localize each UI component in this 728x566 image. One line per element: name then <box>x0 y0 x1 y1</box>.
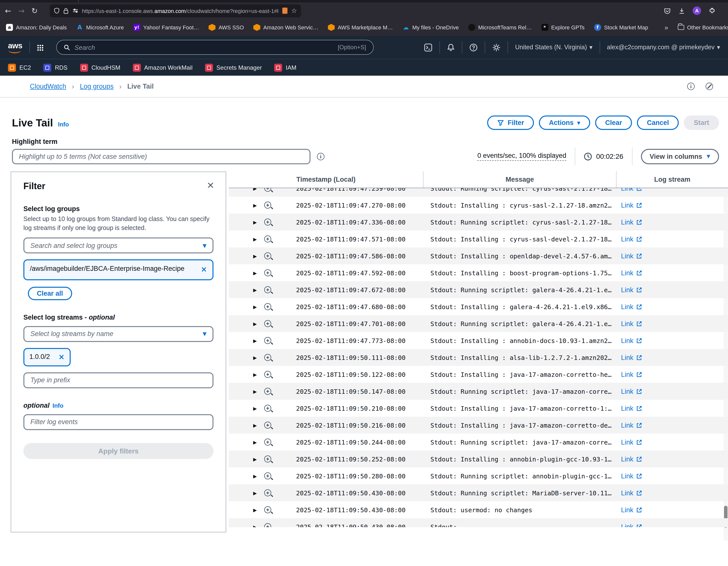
log-stream-link[interactable]: Link <box>616 405 728 412</box>
expand-row-icon[interactable]: ▶ <box>229 287 257 293</box>
remove-token-icon[interactable]: × <box>54 351 65 363</box>
expand-row-icon[interactable]: ▶ <box>229 338 257 343</box>
favorite-service[interactable]: Amazon WorkMail <box>133 63 192 71</box>
remove-token-icon[interactable]: × <box>197 264 207 276</box>
bookmark-item[interactable]: MicrosoftTeams Rel… <box>468 24 532 31</box>
bookmark-item[interactable]: a Amazon: Daily Deals <box>6 24 67 31</box>
log-groups-select[interactable]: Search and select log groups ▼ <box>23 238 213 253</box>
shield-icon[interactable] <box>53 7 59 14</box>
inspect-event-icon[interactable]: + <box>257 235 279 242</box>
settings-gear-icon[interactable] <box>492 43 501 51</box>
log-stream-link[interactable]: Link <box>616 269 728 276</box>
downloads-icon[interactable] <box>678 7 685 14</box>
reload-icon[interactable]: ↻ <box>31 6 38 15</box>
inspect-event-icon[interactable]: + <box>257 188 279 192</box>
log-stream-link[interactable]: Link <box>616 235 728 243</box>
inspect-event-icon[interactable]: + <box>257 303 279 310</box>
aws-search-input[interactable]: Search [Option+S] <box>56 40 374 55</box>
bookmark-item[interactable]: f Stock Market Map <box>594 24 648 31</box>
cancel-button[interactable]: Cancel <box>637 115 679 130</box>
expand-row-icon[interactable]: ▶ <box>229 253 257 258</box>
filter-patterns-info-link[interactable]: Info <box>52 402 63 409</box>
expand-row-icon[interactable]: ▶ <box>229 236 257 242</box>
column-header-timestamp[interactable]: Timestamp (Local) <box>229 171 423 188</box>
inspect-event-icon[interactable]: + <box>257 201 279 208</box>
bookmark-item[interactable]: y! Yahoo! Fantasy Foot… <box>133 24 199 31</box>
highlight-info-icon[interactable]: i <box>317 153 324 160</box>
expand-row-icon[interactable]: ▶ <box>229 355 257 360</box>
inspect-event-icon[interactable]: + <box>257 489 279 496</box>
permissions-icon[interactable] <box>72 7 78 14</box>
stream-prefix-input[interactable]: Type in prefix <box>23 372 213 388</box>
log-stream-link[interactable]: Link <box>616 506 728 514</box>
notifications-bell-icon[interactable] <box>447 43 455 51</box>
clear-button[interactable]: Clear <box>595 115 632 130</box>
log-stream-link[interactable]: Link <box>616 218 728 226</box>
extensions-icon[interactable] <box>709 7 716 14</box>
inspect-event-icon[interactable]: + <box>257 337 279 344</box>
inspect-event-icon[interactable]: + <box>257 252 279 259</box>
cloudshell-icon[interactable] <box>424 43 432 51</box>
favorite-service[interactable]: RDS <box>44 63 68 71</box>
log-stream-link[interactable]: Link <box>616 337 728 344</box>
forward-icon[interactable]: → <box>18 6 24 15</box>
breadcrumb-log-groups[interactable]: Log groups <box>80 83 113 90</box>
log-stream-link[interactable]: Link <box>616 472 728 480</box>
expand-row-icon[interactable]: ▶ <box>229 422 257 428</box>
favorite-service[interactable]: IAM <box>274 63 297 71</box>
bookmark-item[interactable]: ☁ My files - OneDrive <box>402 24 459 31</box>
log-stream-link[interactable]: Link <box>616 286 728 294</box>
log-stream-link[interactable]: Link <box>616 188 728 192</box>
log-group-token[interactable]: /aws/imagebuilder/EJBCA-Enterprise-Image… <box>23 259 213 280</box>
clear-all-button[interactable]: Clear all <box>28 287 72 300</box>
filter-button[interactable]: Filter <box>487 115 534 130</box>
log-stream-link[interactable]: Link <box>616 201 728 209</box>
bookmarks-overflow-icon[interactable]: » <box>665 24 668 31</box>
inspect-event-icon[interactable]: + <box>257 472 279 479</box>
expand-row-icon[interactable]: ▶ <box>229 490 257 496</box>
log-stream-link[interactable]: Link <box>616 388 728 395</box>
inspect-event-icon[interactable]: + <box>257 320 279 327</box>
inspect-event-icon[interactable]: + <box>257 456 279 463</box>
inspect-event-icon[interactable]: + <box>257 388 279 395</box>
log-stream-link[interactable]: Link <box>616 252 728 259</box>
favorite-service[interactable]: EC2 <box>8 63 31 71</box>
close-icon[interactable]: × <box>207 179 214 190</box>
url-bar[interactable]: https://us-east-1.console.aws.amazon.com… <box>50 4 301 17</box>
log-stream-link[interactable]: Link <box>616 303 728 311</box>
inspect-event-icon[interactable]: + <box>257 506 279 513</box>
events-rate-link[interactable]: 0 events/sec, 100% displayed <box>477 152 566 161</box>
info-panel-icon[interactable]: i <box>687 83 695 90</box>
profile-avatar[interactable]: A <box>693 6 701 15</box>
expand-row-icon[interactable]: ▶ <box>229 507 257 513</box>
other-bookmarks[interactable]: Other Bookmarks <box>677 24 728 30</box>
inspect-event-icon[interactable]: + <box>257 371 279 378</box>
apply-filters-button[interactable]: Apply filters <box>23 443 213 459</box>
expand-row-icon[interactable]: ▶ <box>229 202 257 208</box>
log-stream-link[interactable]: Link <box>616 438 728 446</box>
expand-row-icon[interactable]: ▶ <box>229 389 257 394</box>
expand-row-icon[interactable]: ▶ <box>229 304 257 310</box>
actions-button[interactable]: Actions▼ <box>539 115 590 130</box>
favorite-service[interactable]: CloudHSM <box>80 63 120 71</box>
inspect-event-icon[interactable]: + <box>257 439 279 446</box>
expand-row-icon[interactable]: ▶ <box>229 439 257 445</box>
expand-row-icon[interactable]: ▶ <box>229 456 257 462</box>
expand-row-icon[interactable]: ▶ <box>229 219 257 225</box>
inspect-event-icon[interactable]: + <box>257 269 279 276</box>
log-stream-link[interactable]: Link <box>616 320 728 327</box>
back-icon[interactable]: ← <box>5 6 11 15</box>
inspect-event-icon[interactable]: + <box>257 405 279 412</box>
log-stream-link[interactable]: Link <box>616 523 728 527</box>
log-stream-token[interactable]: 1.0.0/2× <box>23 348 71 366</box>
bookmark-item[interactable]: * Explore GPTs <box>541 24 585 31</box>
bookmark-item[interactable]: AWS SSO <box>208 24 244 31</box>
lock-icon[interactable] <box>63 7 68 14</box>
expand-row-icon[interactable]: ▶ <box>229 188 257 191</box>
start-button[interactable]: Start <box>684 115 719 130</box>
expand-row-icon[interactable]: ▶ <box>229 321 257 326</box>
help-icon[interactable] <box>469 43 478 51</box>
title-info-link[interactable]: Info <box>58 121 69 128</box>
circle-slash-icon[interactable] <box>706 83 713 90</box>
inspect-event-icon[interactable]: + <box>257 523 279 527</box>
